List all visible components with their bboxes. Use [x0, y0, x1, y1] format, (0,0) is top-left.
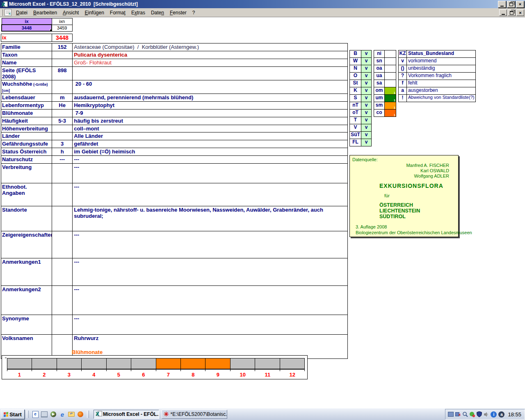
bundesland-code[interactable]: SüT	[350, 132, 361, 139]
row-text-value[interactable]: Lehmig-tonige, nährstoff- u. basenreiche…	[73, 206, 348, 231]
region-color-cell[interactable]	[385, 50, 396, 58]
legend-desc[interactable]: fehlt	[407, 80, 476, 87]
row-text-value[interactable]: Pulicaria dysenterica	[73, 51, 348, 59]
row-label[interactable]: Zeigereigenschaften	[1, 231, 52, 258]
ixn-header-cell[interactable]: ixn	[52, 18, 72, 25]
ie-document-icon[interactable]: e	[32, 411, 39, 418]
firefox-icon[interactable]	[77, 411, 84, 418]
legend-desc[interactable]: Abweichung von Standardliste(?)	[407, 95, 476, 102]
toolbar-grip[interactable]	[1, 9, 3, 16]
start-button[interactable]: Start	[1, 409, 25, 419]
row-code-value[interactable]: 3	[52, 140, 73, 148]
row-text-value[interactable]	[73, 67, 348, 80]
row-text-value[interactable]: im Gebiet (=Ö) heimisch	[73, 148, 348, 156]
row-text-value[interactable]: ---	[73, 286, 348, 315]
shield-icon[interactable]	[477, 411, 482, 417]
row-code-value[interactable]	[52, 315, 73, 335]
menu-fenster[interactable]: Fenster	[167, 9, 189, 17]
selection-fill-handle[interactable]	[50, 29, 52, 31]
taskbar-button-image-viewer[interactable]: ✳*E:\EFÖLS2007\Botanisc...	[162, 410, 227, 419]
bundesland-code[interactable]: N	[350, 65, 361, 73]
month-bar-3[interactable]	[57, 358, 82, 369]
row-code-value[interactable]	[52, 59, 73, 67]
legend-kz[interactable]: a	[399, 87, 407, 95]
bundesland-code[interactable]: oT	[350, 110, 361, 117]
region-code[interactable]: ni	[374, 50, 385, 58]
bundesland-code[interactable]: FL	[350, 139, 361, 146]
row-label[interactable]: Blühmonate	[1, 110, 52, 117]
ix-value-cell-selected[interactable]: 3448	[2, 25, 52, 31]
legend-desc[interactable]: unbeständig	[407, 65, 476, 73]
row-label[interactable]: Häufigkeit	[1, 117, 52, 125]
bundesland-status[interactable]: v	[361, 87, 372, 95]
bundesland-status[interactable]: v	[361, 117, 372, 124]
row-label[interactable]: Familie	[1, 43, 52, 51]
bundesland-status[interactable]: v	[361, 124, 372, 132]
row-code-value[interactable]: He	[52, 102, 73, 110]
row-code-value[interactable]	[52, 183, 73, 206]
bundesland-status[interactable]: v	[361, 95, 372, 102]
row-code-value[interactable]: h	[52, 148, 73, 156]
row-text-value[interactable]: Groß- Flohkraut	[73, 59, 348, 67]
volume-icon[interactable]	[484, 412, 489, 417]
legend-kz[interactable]: !	[399, 95, 407, 102]
legend-desc[interactable]: vorkommend	[407, 58, 476, 65]
bundesland-status[interactable]: v	[361, 110, 372, 117]
magnifier-icon[interactable]	[462, 411, 468, 417]
menu-bearbeiten[interactable]: Bearbeiten	[30, 9, 60, 17]
bundesland-code[interactable]: nT	[350, 102, 361, 110]
row-text-value[interactable]: Asteraceae (Compositae) / Korbblütler (A…	[73, 43, 348, 51]
menu-datei[interactable]: Datei	[13, 9, 30, 17]
row-text-value[interactable]: coll–mont	[73, 125, 348, 132]
row-text-value[interactable]: ---	[73, 156, 348, 164]
taskbar-clock[interactable]: 18:55	[508, 411, 521, 418]
row-text-value[interactable]: gefährdet	[73, 140, 348, 148]
row-text-value[interactable]: ---	[73, 315, 348, 335]
bundesland-code[interactable]: W	[350, 58, 361, 65]
row-label[interactable]: Lebensdauer	[1, 94, 52, 102]
row-code-value[interactable]: ---	[52, 156, 73, 164]
bundesland-code[interactable]: T	[350, 117, 361, 124]
month-bar-11[interactable]	[255, 358, 280, 369]
taskbar-button-excel[interactable]: XMicrosoft Excel - EFÖL...	[94, 410, 159, 419]
language-icon[interactable]: a	[498, 411, 504, 418]
bundesland-code[interactable]: V	[350, 124, 361, 132]
region-code[interactable]: oa	[374, 65, 385, 73]
region-color-cell[interactable]: 1	[385, 87, 396, 95]
month-bar-5[interactable]	[106, 358, 131, 369]
bundesland-status[interactable]: v	[361, 139, 372, 146]
row-label[interactable]: Seite (EFÖLS 2008)	[1, 67, 52, 80]
bundesland-code[interactable]: O	[350, 73, 361, 80]
region-code[interactable]: sn	[374, 58, 385, 65]
row-text-value[interactable]: ---	[73, 164, 348, 183]
taskbar-grip[interactable]	[27, 411, 29, 418]
display-audio-icon[interactable]	[448, 412, 454, 417]
bundesland-code[interactable]: B	[350, 50, 361, 58]
row-label[interactable]: Ethnobot. Angaben	[1, 183, 52, 206]
row-label[interactable]: Höhenverbreitung	[1, 125, 52, 132]
row-text-value[interactable]: 20 - 60	[73, 80, 348, 94]
legend-kz[interactable]: ?	[399, 73, 407, 80]
bundesland-code[interactable]: St	[350, 80, 361, 87]
row-label[interactable]: Taxon	[1, 51, 52, 59]
row-code-value[interactable]	[52, 125, 73, 132]
row-label[interactable]: Naturschutz	[1, 156, 52, 164]
region-code[interactable]: ua	[374, 73, 385, 80]
bundesland-status[interactable]: v	[361, 58, 372, 65]
doc-minimize-button[interactable]	[499, 9, 507, 16]
row-text-value[interactable]: 7-9	[73, 110, 348, 117]
menu-?[interactable]: ?	[189, 9, 198, 17]
taskbar-grip-2[interactable]	[87, 411, 89, 418]
month-bar-8[interactable]	[180, 358, 205, 369]
row-code-value[interactable]: 152	[52, 43, 73, 51]
month-bar-4[interactable]	[81, 358, 106, 369]
month-bar-6[interactable]	[131, 358, 156, 369]
legend-desc[interactable]: Vorkommen fraglich	[407, 73, 476, 80]
ix-header-cell[interactable]: ix	[2, 18, 52, 25]
month-bar-2[interactable]	[32, 358, 57, 369]
region-code[interactable]: om	[374, 87, 385, 95]
bloom-months-chart[interactable]: 123456789101112	[2, 355, 308, 379]
row-text-value[interactable]: Alle Länder	[73, 132, 348, 140]
doc-close-button[interactable]: ×	[516, 9, 524, 16]
row-code-value[interactable]	[52, 286, 73, 315]
